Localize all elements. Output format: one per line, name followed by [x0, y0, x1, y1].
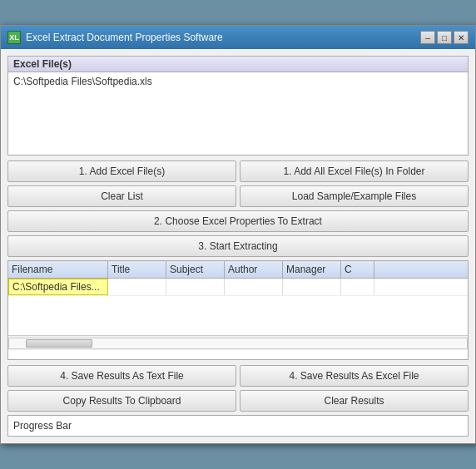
- col-author: Author: [225, 261, 283, 278]
- results-body: C:\Softpedia Files...: [8, 279, 468, 335]
- add-buttons-row: 1. Add Excel File(s) 1. Add All Excel Fi…: [7, 160, 469, 182]
- main-window: XL Excel Extract Document Properties Sof…: [0, 25, 476, 444]
- col-filename: Filename: [8, 261, 108, 278]
- col-manager: Manager: [283, 261, 341, 278]
- app-icon: XL: [7, 31, 21, 44]
- clear-results-button[interactable]: Clear Results: [240, 390, 469, 412]
- copy-clipboard-button[interactable]: Copy Results To Clipboard: [7, 390, 236, 412]
- title-bar: XL Excel Extract Document Properties Sof…: [1, 26, 475, 49]
- horizontal-scrollbar[interactable]: [8, 338, 468, 349]
- add-excel-files-button[interactable]: 1. Add Excel File(s): [7, 160, 236, 182]
- progress-bar-container: Progress Bar: [7, 415, 469, 437]
- start-extracting-button[interactable]: 3. Start Extracting: [7, 235, 469, 257]
- cell-manager: [283, 279, 341, 295]
- minimize-button[interactable]: –: [420, 31, 435, 44]
- cell-author: [225, 279, 283, 295]
- col-c: C: [341, 261, 374, 278]
- title-bar-controls: – □ ✕: [420, 31, 469, 44]
- choose-properties-button[interactable]: 2. Choose Excel Properties To Extract: [7, 210, 469, 232]
- file-list-body: C:\Softpedia Files\Softpedia.xls: [8, 72, 468, 91]
- save-excel-button[interactable]: 4. Save Results As Excel File: [240, 365, 469, 387]
- results-container: Filename Title Subject Author Manager C …: [7, 260, 469, 360]
- close-button[interactable]: ✕: [454, 31, 469, 44]
- title-bar-left: XL Excel Extract Document Properties Sof…: [7, 31, 223, 44]
- cell-filename: C:\Softpedia Files...: [8, 279, 108, 295]
- window-title: Excel Extract Document Properties Softwa…: [26, 32, 223, 43]
- load-sample-button[interactable]: Load Sample/Example Files: [240, 185, 469, 207]
- save-results-row: 4. Save Results As Text File 4. Save Res…: [7, 365, 469, 387]
- file-list-container: Excel File(s) C:\Softpedia Files\Softped…: [7, 56, 469, 156]
- file-list-item: C:\Softpedia Files\Softpedia.xls: [13, 76, 463, 87]
- add-all-excel-folder-button[interactable]: 1. Add All Excel File(s) In Folder: [240, 160, 469, 182]
- col-subject: Subject: [166, 261, 225, 278]
- progress-bar-label: Progress Bar: [13, 420, 72, 432]
- cell-title: [108, 279, 166, 295]
- cell-c: [341, 279, 374, 295]
- horizontal-scrollbar-row: [8, 335, 468, 350]
- clear-list-button[interactable]: Clear List: [7, 185, 236, 207]
- scrollbar-thumb[interactable]: [26, 339, 92, 348]
- clear-load-row: Clear List Load Sample/Example Files: [7, 185, 469, 207]
- maximize-button[interactable]: □: [437, 31, 452, 44]
- table-row: C:\Softpedia Files...: [8, 279, 468, 296]
- copy-clear-row: Copy Results To Clipboard Clear Results: [7, 390, 469, 412]
- col-title: Title: [108, 261, 166, 278]
- results-header: Filename Title Subject Author Manager C: [8, 261, 468, 279]
- file-list-header: Excel File(s): [8, 57, 468, 72]
- cell-subject: [166, 279, 225, 295]
- save-text-button[interactable]: 4. Save Results As Text File: [7, 365, 236, 387]
- content-area: Excel File(s) C:\Softpedia Files\Softped…: [1, 49, 475, 443]
